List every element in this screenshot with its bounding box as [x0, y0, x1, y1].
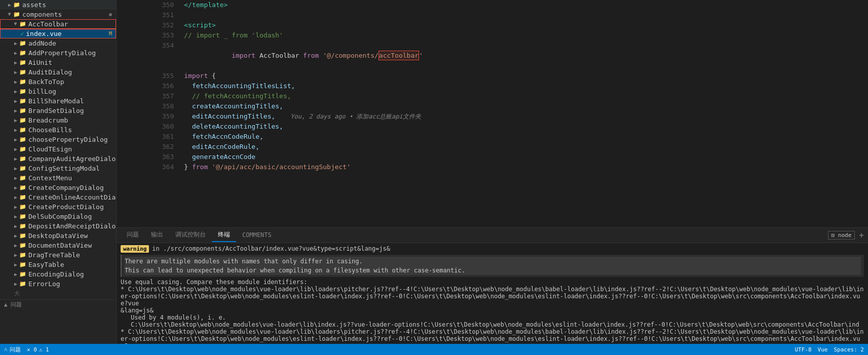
chevron-right-icon: ▶ — [14, 117, 17, 123]
sidebar-item-assets[interactable]: ▶ 📁 assets — [0, 0, 116, 10]
folder-icon: 📁 — [19, 261, 26, 268]
sidebar-item-contextmenu[interactable]: ▶ 📁 ContextMenu — [0, 173, 116, 183]
folder-icon: 📁 — [19, 69, 26, 75]
sidebar-item-addnode[interactable]: ▶ 📁 addNode — [0, 38, 116, 48]
table-row: 362 editAccnCodeRule, — [117, 142, 868, 152]
folder-icon: 📁 — [19, 98, 26, 104]
sidebar-item-companyauditagreedialog[interactable]: ▶ 📁 CompanyAuditAgreeDialog — [0, 154, 116, 164]
sidebar-item-label: DelSubCompDialog — [28, 213, 92, 220]
table-row: 356 fetchAccountingTitlesList, — [117, 81, 868, 91]
sidebar-item-desktopdataview[interactable]: ▶ 📁 DesktopDataView — [0, 231, 116, 241]
chevron-right-icon: ▶ — [14, 60, 17, 65]
sidebar-item-depositandreceiptdialog[interactable]: ▶ 📁 DepositAndReceiptDialog — [0, 221, 116, 231]
sidebar-item-acctoolbar[interactable]: ▶ 📁 AccToolbar — [0, 19, 116, 29]
chevron-right-icon: ▶ — [14, 156, 17, 162]
sidebar-item-errorlog[interactable]: ▶ 📁 ErrorLog — [0, 279, 116, 289]
folder-icon: 📁 — [19, 281, 26, 287]
sidebar-item-billsharemodal[interactable]: ▶ 📁 BillShareModal — [0, 96, 116, 106]
chevron-right-icon: ▶ — [14, 79, 17, 85]
sidebar-item-label: components — [22, 11, 62, 18]
modified-badge: M — [109, 31, 112, 36]
sidebar-item-dragtreetable[interactable]: ▶ 📁 DragTreeTable — [0, 250, 116, 260]
code-lines: 350 </template> 351 352 <script> 353 // … — [117, 0, 868, 172]
sidebar-item-easytable[interactable]: ▶ 📁 EasyTable — [0, 260, 116, 269]
folder-icon: 📁 — [19, 223, 26, 229]
sidebar-item-label: CreateOnlineAccountDialog — [28, 193, 117, 201]
statusbar-lang: Vue — [818, 346, 828, 353]
statusbar-spaces: Spaces: 2 — [834, 346, 864, 353]
sidebar-item-cloudtesign[interactable]: ▶ 📁 CloudTEsign — [0, 144, 116, 154]
tab-comments[interactable]: COMMENTS — [236, 229, 278, 242]
sidebar-item-createonlineaccountdialog[interactable]: ▶ 📁 CreateOnlineAccountDialog — [0, 192, 116, 202]
sidebar-item-label: ErrorLog — [28, 280, 60, 288]
sidebar-item-label: CompanyAuditAgreeDialog — [28, 155, 117, 163]
sidebar-item-encodingdialog[interactable]: ▶ 📁 EncodingDialog — [0, 269, 116, 279]
panel-right-controls: ⊡ node + — [828, 230, 864, 240]
statusbar-right: UTF-8 Vue Spaces: 2 — [795, 346, 864, 353]
error-line: * C:\Users\t\Desktop\web\node_modules\vu… — [121, 328, 864, 344]
table-row: 359 editAccountingTitles,You, 2 days ago… — [117, 111, 868, 122]
folder-icon: 📁 — [19, 59, 26, 66]
node-label: ⊡ node — [828, 231, 855, 240]
chevron-right-icon: ▶ — [14, 262, 17, 267]
sidebar-item-label: AddPropertyDialog — [28, 49, 96, 57]
sidebar-item-documentdataview[interactable]: ▶ 📁 DocumentDataView — [0, 241, 116, 250]
statusbar-branch[interactable]: ⑃ 问题 — [4, 346, 21, 353]
sidebar-item-label: DesktopDataView — [28, 232, 88, 240]
folder-icon: 📁 — [13, 2, 20, 8]
sidebar-item-label: addNode — [28, 40, 56, 47]
warning-icon: ⚠ 1 — [39, 346, 49, 353]
sidebar-item-aiunit[interactable]: ▶ 📁 AiUnit — [0, 58, 116, 67]
sidebar-item-label: EasyTable — [28, 261, 64, 268]
chevron-right-icon: ▶ — [14, 137, 17, 142]
error-block: There are multiple modules with names th… — [121, 255, 864, 277]
table-row: 351 — [117, 10, 868, 20]
sidebar-item-auditdialog[interactable]: ▶ 📁 AuditDialog — [0, 67, 116, 77]
sidebar-item-label: assets — [22, 1, 46, 9]
code-editor[interactable]: 350 </template> 351 352 <script> 353 // … — [117, 0, 868, 227]
chevron-down-icon: ▶ — [13, 22, 19, 25]
sidebar-item-addpropertydialog[interactable]: ▶ 📁 AddPropertyDialog — [0, 48, 116, 58]
tab-terminal[interactable]: 终端 — [212, 228, 236, 242]
tab-problems[interactable]: 问题 — [121, 228, 145, 242]
sidebar-item-delsubcompdialog[interactable]: ▶ 📁 DelSubCompDialog — [0, 212, 116, 221]
chevron-right-icon: ▶ — [14, 98, 17, 104]
error-line: Used by 4 module(s), i. e. — [121, 314, 864, 321]
sidebar-item-index-vue[interactable]: ✓ index.vue M — [0, 29, 116, 38]
chevron-right-icon: ▶ — [14, 50, 17, 56]
sidebar-item-components[interactable]: ▶ 📁 components — [0, 10, 116, 19]
sidebar-item-choosebills[interactable]: ▶ 📁 ChooseBills — [0, 125, 116, 135]
folder-icon: 📁 — [19, 50, 26, 56]
sidebar-item-backtotop[interactable]: ▶ 📁 BackToTop — [0, 77, 116, 87]
chevron-right-icon: ▶ — [14, 175, 17, 181]
sidebar-item-createproductdialog[interactable]: ▶ 📁 CreateProductDialog — [0, 202, 116, 212]
add-terminal-button[interactable]: + — [859, 230, 864, 240]
sidebar-item-choosepropertydialog[interactable]: ▶ 📁 choosePropertyDialog — [0, 135, 116, 144]
sidebar-item-label: ConfigSettingModal — [28, 165, 100, 172]
sidebar-item-billlog[interactable]: ▶ 📁 billLog — [0, 87, 116, 96]
sidebar-item-brandsetdialog[interactable]: ▶ 📁 BrandSetDialog — [0, 106, 116, 115]
chevron-right-icon: ▶ — [14, 127, 17, 133]
sidebar-item-label: BrandSetDialog — [28, 107, 84, 114]
panel-content[interactable]: warning in ./src/components/AccToolbar/i… — [117, 243, 868, 344]
folder-icon: 📁 — [19, 21, 26, 27]
chevron-right-icon: ▶ — [14, 166, 17, 171]
table-row: 364 } from '@/api/acc/basic/accountingSu… — [117, 162, 868, 172]
statusbar-encoding: UTF-8 — [795, 346, 811, 353]
statusbar-errors[interactable]: ✕ 0 ⚠ 1 — [27, 346, 49, 353]
table-row: 360 deleteAccountingTitles, — [117, 122, 868, 132]
tab-debug-console[interactable]: 调试控制台 — [169, 228, 212, 242]
chevron-right-icon: ▶ — [14, 281, 17, 287]
error-line: There are multiple modules with names th… — [125, 257, 861, 266]
chevron-right-icon: ▶ — [14, 194, 17, 200]
sidebar-item-label: index.vue — [26, 30, 61, 37]
tab-output[interactable]: 输出 — [145, 228, 169, 242]
folder-icon: 📁 — [19, 204, 26, 210]
code-area: 350 </template> 351 352 <script> 353 // … — [117, 0, 868, 344]
folder-icon: 📁 — [19, 40, 26, 47]
sidebar-item-configsettingmodal[interactable]: ▶ 📁 ConfigSettingModal — [0, 164, 116, 173]
folder-icon: 📁 — [19, 146, 26, 152]
chevron-right-icon: ▶ — [14, 223, 17, 229]
sidebar-item-breadcrumb[interactable]: ▶ 📁 Breadcrumb — [0, 115, 116, 125]
sidebar-item-createcompanydialog[interactable]: ▶ 📁 CreateCompanyDialog — [0, 183, 116, 192]
